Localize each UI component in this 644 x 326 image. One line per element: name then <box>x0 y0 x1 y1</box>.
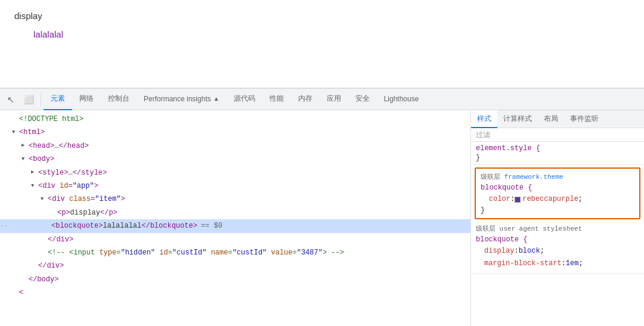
dom-line-div-item: <div class="item"> <box>0 193 470 206</box>
tab-divider <box>41 93 41 106</box>
rule-user-agent-selector: blockquote { <box>476 235 639 244</box>
dom-line-close-body: </body> <box>0 273 470 286</box>
styles-tab-event-listeners[interactable]: 事件监听 <box>564 110 605 128</box>
devtools-panel: ↖ ⬜ 元素 网络 控制台 Performance insights ▲ 源代码… <box>0 88 644 326</box>
triangle-div-item[interactable] <box>41 195 47 204</box>
performance-insights-badge: ▲ <box>213 95 219 102</box>
triangle-html[interactable] <box>12 128 18 137</box>
tab-sources[interactable]: 源代码 <box>227 89 262 110</box>
tab-elements[interactable]: 元素 <box>44 89 72 110</box>
tab-network[interactable]: 网络 <box>72 89 101 110</box>
tab-performance[interactable]: 性能 <box>262 89 291 110</box>
dom-line-close-div-app: </div> <box>0 259 470 272</box>
styles-content: element.style { } 级联层 framework.theme bl… <box>471 142 644 326</box>
styles-sub-tabs: 样式 计算样式 布局 事件监听 <box>471 110 644 128</box>
rule-element-style-close: } <box>476 154 639 162</box>
dom-line-doctype: <!DOCTYPE html> <box>0 113 470 126</box>
dom-line-body: <body> <box>0 153 470 166</box>
styles-tab-layout[interactable]: 布局 <box>538 110 564 128</box>
filter-bar <box>471 128 644 142</box>
dots-indicator: ·· <box>0 221 7 231</box>
dom-line-close-div-inner: </div> <box>0 233 470 246</box>
rule-framework-theme-body: color: rebeccapurple; <box>481 193 634 206</box>
rule-element-style: element.style { } <box>471 142 644 165</box>
dom-line-blockquote[interactable]: ·· <blockquote>lalalalal</blockquote> ==… <box>0 219 470 232</box>
preview-area: display lalalalal <box>0 0 644 88</box>
framework-theme-link[interactable]: framework.theme <box>504 173 564 181</box>
filter-input[interactable] <box>476 131 639 139</box>
dom-tree-panel[interactable]: <!DOCTYPE html> <html> <head>…</head> <b… <box>0 110 471 326</box>
tab-lighthouse[interactable]: Lighthouse <box>377 89 426 110</box>
rule-framework-theme-selector: blockquote { <box>481 184 634 192</box>
dom-line-close-html-partial: < <box>0 286 470 299</box>
styles-panel: 样式 计算样式 布局 事件监听 element.style { } <box>471 110 644 326</box>
triangle-div-app[interactable] <box>31 182 37 191</box>
styles-tab-computed[interactable]: 计算样式 <box>497 110 538 128</box>
dom-line-comment-input: <!-- <input type="hidden" id="custId" na… <box>0 246 470 259</box>
rule-user-agent-origin: 级联层 user agent stylesheet <box>476 224 639 233</box>
rule-user-agent-body: display: block; margin-block-start: 1em; <box>476 245 639 271</box>
device-icon[interactable]: ⬜ <box>20 91 37 108</box>
cursor-icon[interactable]: ↖ <box>2 91 19 108</box>
preview-title: display <box>14 11 630 21</box>
rule-property-color: color: rebeccapurple; <box>489 193 634 206</box>
rule-framework-theme-origin: 级联层 framework.theme <box>481 172 634 181</box>
styles-tab-styles[interactable]: 样式 <box>471 110 497 128</box>
tab-memory[interactable]: 内存 <box>291 89 320 110</box>
triangle-head[interactable] <box>21 141 27 150</box>
triangle-body[interactable] <box>21 155 27 164</box>
tab-console[interactable]: 控制台 <box>101 89 137 110</box>
dom-line-p: <p>display</p> <box>0 206 470 219</box>
tab-security[interactable]: 安全 <box>348 89 377 110</box>
dom-line-div-app: <div id="app"> <box>0 179 470 193</box>
dom-line-html: <html> <box>0 126 470 139</box>
devtools-tab-bar: ↖ ⬜ 元素 网络 控制台 Performance insights ▲ 源代码… <box>0 89 644 110</box>
preview-blockquote: lalalalal <box>33 29 630 39</box>
rule-framework-theme: 级联层 framework.theme blockquote { color: … <box>475 167 640 219</box>
rule-property-display: display: block; <box>484 245 639 258</box>
dom-line-head: <head>…</head> <box>0 139 470 153</box>
tab-application[interactable]: 应用 <box>320 89 348 110</box>
rule-framework-theme-close: } <box>481 206 634 215</box>
rule-element-style-selector: element.style { <box>476 144 639 153</box>
color-swatch-rebeccapurple <box>515 197 521 203</box>
main-content: <!DOCTYPE html> <html> <head>…</head> <b… <box>0 110 644 326</box>
rule-property-margin-block-start: margin-block-start: 1em; <box>484 257 639 271</box>
dom-line-style: <style>…</style> <box>0 166 470 179</box>
triangle-style[interactable] <box>31 168 37 177</box>
rule-user-agent: 级联层 user agent stylesheet blockquote { d… <box>471 222 644 274</box>
tab-performance-insights[interactable]: Performance insights ▲ <box>137 89 227 110</box>
